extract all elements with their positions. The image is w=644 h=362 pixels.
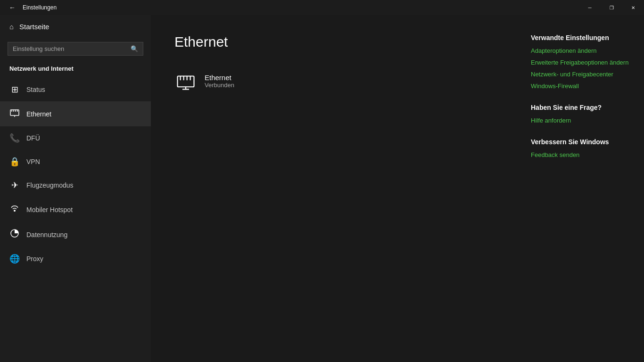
app-title: Einstellungen [23,4,57,11]
ethernet-card-name: Ethernet [205,74,234,82]
titlebar: ← Einstellungen ─ ❐ ✕ [0,0,644,15]
feedback-link[interactable]: Feedback senden [531,151,630,158]
back-icon: ← [9,4,16,11]
sidebar-item-hotspot[interactable]: Mobiler Hotspot [0,197,151,222]
close-icon: ✕ [631,5,635,10]
sidebar-item-label-daten: Datennutzung [26,231,67,239]
ethernet-card-text: Ethernet Verbunden [205,74,234,89]
svg-point-6 [14,210,16,212]
sidebar-item-label-vpn: VPN [26,158,40,165]
vpn-icon: 🔒 [9,156,20,167]
ethernet-card-icon [174,70,197,92]
improve-section: Verbessern Sie Windows Feedback senden [531,138,630,158]
minimize-button[interactable]: ─ [579,0,601,15]
netzwerk-link[interactable]: Netzwerk- und Freigabecenter [531,71,630,78]
ethernet-card-status: Verbunden [205,82,234,89]
adapter-link[interactable]: Adapteroptionen ändern [531,47,630,54]
ethernet-card[interactable]: Ethernet Verbunden [174,64,498,98]
help-section: Haben Sie eine Frage? Hilfe anfordern [531,104,630,124]
sidebar-item-label-proxy: Proxy [26,255,43,263]
window-controls: ─ ❐ ✕ [579,0,644,15]
right-panel: Verwandte Einstellungen Adapteroptionen … [521,15,644,362]
related-settings-section: Verwandte Einstellungen Adapteroptionen … [531,34,630,90]
hotspot-icon [9,204,20,215]
freigabe-link[interactable]: Erweiterte Freigabeoptionen ändern [531,59,630,66]
sidebar-item-label-dfu: DFÜ [26,134,40,142]
sidebar-item-label-flugzeug: Flugzeugmodus [26,181,74,189]
sidebar-item-vpn[interactable]: 🔒 VPN [0,150,151,173]
page-title: Ethernet [174,34,498,50]
sidebar-item-proxy[interactable]: 🌐 Proxy [0,247,151,271]
search-box[interactable]: 🔍 [8,42,143,56]
close-button[interactable]: ✕ [622,0,644,15]
daten-icon [9,229,20,240]
help-title: Haben Sie eine Frage? [531,104,630,111]
sidebar-item-ethernet[interactable]: Ethernet [0,101,151,126]
sidebar-item-dfu[interactable]: 📞 DFÜ [0,126,151,150]
sidebar-item-datennutzung[interactable]: Datennutzung [0,222,151,247]
firewall-link[interactable]: Windows-Firewall [531,82,630,90]
home-icon: ⌂ [9,23,14,31]
search-input[interactable] [13,45,127,52]
status-icon: ⊞ [9,84,20,95]
dfu-icon: 📞 [9,133,20,143]
flugzeug-icon: ✈ [9,180,20,190]
home-label: Startseite [19,23,49,31]
back-button[interactable]: ← [6,1,19,14]
help-link[interactable]: Hilfe anfordern [531,117,630,124]
proxy-icon: 🌐 [9,254,20,264]
sidebar-section-title: Netzwerk und Internet [0,61,151,78]
ethernet-nav-icon [9,108,20,120]
sidebar-item-status[interactable]: ⊞ Status [0,78,151,101]
improve-title: Verbessern Sie Windows [531,138,630,146]
sidebar-item-label-hotspot: Mobiler Hotspot [26,206,73,214]
sidebar: ⌂ Startseite 🔍 Netzwerk und Internet ⊞ S… [0,15,151,362]
main-content: Ethernet Ethernet Verbunden [151,15,521,362]
app-body: ⌂ Startseite 🔍 Netzwerk und Internet ⊞ S… [0,15,644,362]
related-settings-title: Verwandte Einstellungen [531,34,630,41]
restore-icon: ❐ [610,5,614,10]
sidebar-item-label-status: Status [26,86,45,93]
restore-button[interactable]: ❐ [601,0,622,15]
sidebar-item-label-ethernet: Ethernet [26,110,51,118]
sidebar-home-button[interactable]: ⌂ Startseite [0,15,151,38]
search-icon: 🔍 [131,45,138,52]
minimize-icon: ─ [588,5,591,10]
sidebar-item-flugzeugmodus[interactable]: ✈ Flugzeugmodus [0,173,151,197]
